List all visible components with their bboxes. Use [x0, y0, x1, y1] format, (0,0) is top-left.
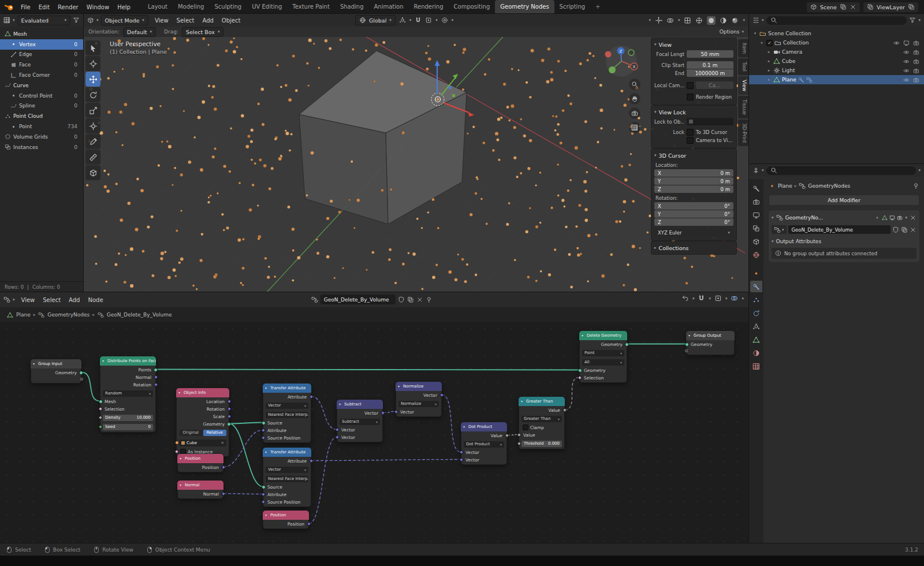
eye-toggle-icon[interactable] [893, 40, 900, 46]
cursor-location-x-field[interactable]: X0 m [654, 169, 733, 177]
focal-length-field[interactable]: 50 mm [687, 50, 733, 58]
view-layer-selector[interactable]: ViewLayer [863, 2, 918, 12]
eye-toggle-icon[interactable] [903, 68, 910, 74]
workspace-tab-animation[interactable]: Animation [369, 0, 409, 14]
outliner-row-collection[interactable]: ▸✓Collection [749, 38, 924, 47]
add-modifier-button[interactable]: Add Modifier [769, 195, 919, 206]
lock-object-field[interactable] [687, 118, 733, 125]
visibility-icon[interactable] [637, 17, 644, 24]
socket-virtual[interactable] [685, 349, 688, 352]
spreadsheet-row-face[interactable]: Face0 [0, 59, 83, 70]
expander-icon[interactable]: ▸ [766, 68, 772, 73]
node-group-name-field[interactable]: GeoN_Delete_By_Volume [788, 225, 891, 234]
panel-view-lock-header[interactable]: ▾View Lock [654, 107, 733, 117]
node-field-seed[interactable]: Seed0 [103, 424, 153, 430]
overlays-icon[interactable] [666, 17, 674, 24]
fake-user-icon[interactable] [892, 226, 899, 233]
node-header-transfer-1[interactable]: ▾Transfer Attribute [263, 383, 311, 393]
panel-3d-cursor-header[interactable]: ▾3D Cursor [654, 151, 733, 160]
spreadsheet-row-point-cloud[interactable]: Point Cloud [0, 111, 83, 121]
node-subtract[interactable]: ▾SubtractVectorSubtract▾VectorVector [337, 400, 383, 442]
node-dropdown-point[interactable]: Point▾ [582, 350, 624, 356]
editor-type-icon[interactable] [87, 17, 94, 24]
properties-tab-modifiers[interactable] [750, 281, 762, 292]
tool-cursor-button[interactable] [85, 56, 100, 71]
node-dropdown-subtract[interactable]: Subtract▾ [340, 419, 380, 425]
node-field-density[interactable]: Density10.000 [103, 415, 153, 421]
drag-dropdown[interactable]: Select Box▾ [182, 27, 224, 37]
properties-tab-tool[interactable] [750, 183, 762, 194]
workspace-tab-uv-editing[interactable]: UV Editing [247, 0, 287, 14]
breadcrumb-object[interactable]: Plane [778, 183, 792, 189]
cursor-location-y-field[interactable]: Y0 m [654, 177, 733, 185]
panel-view-header[interactable]: ▾View [654, 40, 733, 49]
spreadsheet-row-spline[interactable]: Spline0 [0, 101, 83, 111]
spreadsheet-row-edge[interactable]: Edge0 [0, 50, 83, 60]
unlink-tree-button[interactable] [416, 296, 423, 303]
node-dropdown-greater-than[interactable]: Greater Than▾ [521, 416, 562, 422]
workspace-tab-rendering[interactable]: Rendering [408, 0, 448, 14]
node-dropdown-all[interactable]: All▾ [582, 359, 624, 366]
display-toggle-1-icon[interactable] [882, 215, 888, 221]
tool-add-cube-button[interactable] [85, 165, 100, 180]
display-toggle-2-icon[interactable] [889, 215, 895, 221]
node-transfer-1[interactable]: ▾Transfer AttributeAttributeVector▾Neare… [263, 383, 311, 443]
scene-selector[interactable]: Scene [807, 2, 860, 12]
node-menu-view[interactable]: View [17, 297, 39, 303]
tool-measure-button[interactable] [85, 150, 100, 165]
socket-virtual[interactable] [80, 378, 83, 381]
menu-render[interactable]: Render [54, 4, 83, 10]
viewport-canvas[interactable]: Z X User Perspective (1) Collection | Pl… [84, 37, 748, 292]
expander-icon[interactable]: ▾ [752, 31, 758, 36]
pivot-point-icon[interactable] [399, 17, 406, 24]
sidebar-tab-3d-print[interactable]: 3D-Print [738, 120, 748, 147]
gizmo-icon[interactable] [655, 17, 662, 24]
cursor-location-z-field[interactable]: Z0 m [654, 185, 733, 193]
grid-nav-icon[interactable] [629, 122, 640, 133]
node-dropdown-nearest-face-interp[interactable]: Nearest Face Interp...▾ [266, 412, 308, 418]
node-menu-select[interactable]: Select [39, 297, 65, 303]
viewport-menu-select[interactable]: Select [173, 17, 199, 24]
object-field-cube[interactable]: Cube✕ [179, 440, 226, 446]
breadcrumb-modifier[interactable]: GeometryNodes [808, 183, 850, 189]
fake-user-button[interactable] [398, 296, 405, 303]
node-dot-product[interactable]: ▾Dot ProductValueDot Product▾VectorVecto… [461, 422, 507, 465]
node-dropdown-nearest-face-interp[interactable]: Nearest Face Interp...▾ [266, 476, 308, 482]
sidebar-tab-item[interactable]: Item [738, 39, 748, 57]
node-field-threshold[interactable]: Threshold0.000 [521, 441, 562, 447]
properties-tab-texture[interactable] [750, 360, 762, 372]
properties-tab-object-data[interactable] [750, 334, 762, 345]
expander-icon[interactable]: ▸ [766, 59, 772, 64]
properties-tab-view-layer[interactable] [750, 222, 762, 234]
properties-search-input[interactable] [766, 166, 916, 175]
properties-tab-constraints[interactable] [750, 321, 762, 332]
spreadsheet-row-volume-grids[interactable]: Volume Grids0 [0, 132, 83, 142]
viewport-menu-object[interactable]: Object [218, 17, 245, 24]
node-header-position-2[interactable]: ▾Position [263, 511, 309, 520]
sidebar-tab-view[interactable]: View [738, 76, 748, 95]
socket-mesh[interactable] [99, 400, 103, 404]
sidebar-tab-tool[interactable]: Tool [738, 58, 748, 75]
node-object-info[interactable]: ▾Object InfoLocationRotationScaleGeometr… [176, 388, 229, 457]
spreadsheet-row-mesh[interactable]: Mesh [0, 29, 83, 39]
menu-file[interactable]: File [17, 4, 35, 10]
unlink-node-group-icon[interactable] [910, 226, 916, 233]
workspace-tab-scripting[interactable]: Scripting [554, 0, 590, 14]
viewport-menu-view[interactable]: View [151, 17, 173, 24]
node-group-output[interactable]: ▾Group OutputGeometry [686, 331, 735, 355]
tool-move-button[interactable] [85, 72, 100, 87]
clip-start-field[interactable]: 0.1 m [687, 61, 733, 69]
workspace-tab-layout[interactable]: Layout [143, 0, 173, 14]
proportional-edit-icon[interactable] [441, 17, 448, 24]
socket-geometry[interactable] [685, 342, 689, 347]
collection-checkbox[interactable]: ✓ [766, 40, 773, 46]
breadcrumb-plane[interactable]: Plane [16, 312, 31, 318]
editor-type-icon[interactable] [3, 17, 10, 24]
properties-tab-material[interactable] [750, 347, 762, 359]
camera-to-view-checkbox[interactable] [687, 137, 694, 144]
node-menu-add[interactable]: Add [65, 297, 84, 303]
breadcrumb-geometrynodes[interactable]: GeometryNodes [47, 312, 90, 318]
node-header-position-1[interactable]: ▾Position [177, 454, 223, 463]
cursor-rotation-y-field[interactable]: Y0° [654, 210, 733, 218]
copy-view-layer-icon[interactable] [908, 3, 915, 10]
